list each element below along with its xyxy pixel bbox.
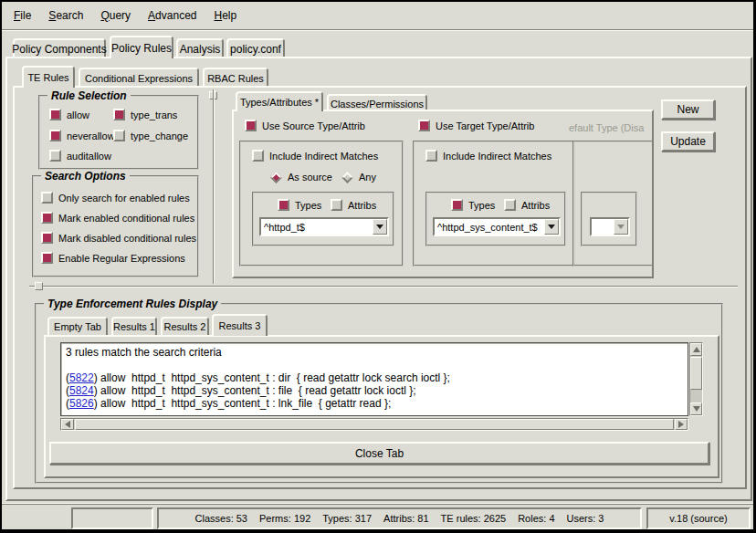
checkbox-mark-enabled-conditional[interactable]: Mark enabled conditional rules xyxy=(41,212,194,224)
target-indirect-checkbox[interactable]: Include Indirect Matches xyxy=(425,150,551,162)
menu-advanced[interactable]: Advanced xyxy=(148,9,196,22)
tab-policy-components[interactable]: Policy Components xyxy=(13,38,106,57)
target-types-checkbox[interactable]: Types xyxy=(451,199,495,211)
radio-as-source[interactable]: As source xyxy=(270,172,332,183)
scroll-left-button[interactable] xyxy=(61,419,74,430)
checkbox-auditallow[interactable]: auditallow xyxy=(49,150,111,162)
tab-rbac-rules[interactable]: RBAC Rules xyxy=(203,68,268,87)
apol-window: File Search Query Advanced Help Policy C… xyxy=(0,0,756,533)
scroll-down-button[interactable] xyxy=(690,402,702,415)
horizontal-sash-handle[interactable] xyxy=(35,282,43,290)
source-combo-dropdown-button[interactable] xyxy=(373,219,387,235)
default-type-frame xyxy=(572,141,654,266)
checkbox-only-enabled-rules[interactable]: Only search for enabled rules xyxy=(41,192,190,204)
target-attribs-checkbox[interactable]: Attribs xyxy=(504,199,550,211)
vertical-scrollbar[interactable] xyxy=(689,342,703,416)
rule-link-5822[interactable]: 5822 xyxy=(69,371,94,384)
tab-empty-tab[interactable]: Empty Tab xyxy=(47,317,108,335)
tab-results-2[interactable]: Results 2 xyxy=(161,317,209,335)
menu-file[interactable]: File xyxy=(14,9,31,22)
target-types-frame: Types Attribs ^httpd_sys_content_t$ xyxy=(425,192,566,246)
checkbox-mark-disabled-conditional[interactable]: Mark disabled conditional rules xyxy=(41,232,196,244)
tab-policy-rules[interactable]: Policy Rules xyxy=(110,36,173,58)
checkbox-indicator xyxy=(41,192,53,204)
checkbox-indicator xyxy=(113,130,125,141)
target-combo-dropdown-button[interactable] xyxy=(544,219,559,235)
stat-attribs: Attribs: 81 xyxy=(383,513,429,524)
checkbox-indicator xyxy=(245,120,257,131)
scroll-up-button[interactable] xyxy=(690,343,702,356)
radio-any[interactable]: Any xyxy=(341,172,376,183)
scroll-right-button[interactable] xyxy=(675,419,688,430)
statusbar-separator xyxy=(2,503,753,505)
arrow-up-icon xyxy=(693,347,700,352)
menu-help[interactable]: Help xyxy=(214,9,236,22)
source-types-checkbox[interactable]: Types xyxy=(278,199,321,211)
checkbox-indicator xyxy=(278,199,289,211)
chevron-down-icon xyxy=(617,225,625,229)
chevron-down-icon xyxy=(376,225,383,229)
tab-analysis[interactable]: Analysis xyxy=(176,38,224,57)
horizontal-scrollbar-thumb[interactable] xyxy=(75,419,674,430)
menu-search[interactable]: Search xyxy=(48,9,83,22)
stat-classes: Classes: 53 xyxy=(195,513,247,524)
checkbox-allow[interactable]: allow xyxy=(49,109,89,120)
checkbox-indicator xyxy=(41,252,53,264)
checkbox-enable-regex[interactable]: Enable Regular Expressions xyxy=(41,252,185,264)
arrow-right-icon xyxy=(678,421,684,428)
vertical-sash[interactable] xyxy=(213,89,215,284)
default-type-inner-frame xyxy=(581,192,637,246)
new-button[interactable]: New xyxy=(661,99,715,120)
blank-line xyxy=(66,359,683,371)
rule-link-5824[interactable]: 5824 xyxy=(69,384,94,397)
menu-query[interactable]: Query xyxy=(100,9,131,22)
checkbox-indicator xyxy=(49,109,61,120)
source-type-combobox-value[interactable]: ^httpd_t$ xyxy=(261,219,373,235)
tab-types-attributes[interactable]: Types/Attributes * xyxy=(236,91,323,111)
stat-roles: Roles: 4 xyxy=(518,513,554,524)
checkbox-indicator xyxy=(418,120,430,131)
target-type-frame: Include Indirect Matches Types Attribs ^… xyxy=(413,141,575,266)
vertical-scrollbar-thumb[interactable] xyxy=(690,357,702,390)
rule-selection-group: Rule Selection allow type_trans neverall… xyxy=(38,95,199,170)
rule-link-5826[interactable]: 5826 xyxy=(69,397,94,410)
use-target-type-checkbox[interactable]: Use Target Type/Attrib xyxy=(418,120,534,131)
checkbox-indicator xyxy=(41,232,53,244)
update-button[interactable]: Update xyxy=(661,131,715,152)
tab-policy-conf[interactable]: policy.conf xyxy=(226,38,285,57)
result-rule-3: (5826) allow httpd_t httpd_sys_content_t… xyxy=(66,397,683,410)
checkbox-indicator xyxy=(49,150,61,162)
checkbox-indicator xyxy=(331,199,342,211)
default-type-label: efault Type (Disa xyxy=(569,122,653,133)
use-source-type-checkbox[interactable]: Use Source Type/Attrib xyxy=(245,120,365,131)
source-indirect-checkbox[interactable]: Include Indirect Matches xyxy=(252,150,378,162)
default-combo-dropdown-button xyxy=(614,219,628,235)
horizontal-sash[interactable] xyxy=(29,286,738,287)
result-rule-2: (5824) allow httpd_t httpd_sys_content_t… xyxy=(66,384,683,397)
tab-results-1[interactable]: Results 1 xyxy=(111,317,157,335)
checkbox-type-trans[interactable]: type_trans xyxy=(113,109,177,120)
tab-te-rules[interactable]: TE Rules xyxy=(22,66,75,88)
default-type-combobox-value xyxy=(592,219,614,235)
checkbox-indicator xyxy=(113,109,125,120)
result-rule-1: (5822) allow httpd_t httpd_sys_content_t… xyxy=(66,371,683,384)
source-type-combobox[interactable]: ^httpd_t$ xyxy=(259,217,389,236)
tab-conditional-expressions[interactable]: Conditional Expressions xyxy=(79,68,199,87)
checkbox-indicator xyxy=(451,199,463,211)
target-type-combobox-value[interactable]: ^httpd_sys_content_t$ xyxy=(435,219,544,235)
checkbox-type-change[interactable]: type_change xyxy=(113,130,188,141)
te-rules-display-title: Type Enforcement Rules Display xyxy=(44,298,221,310)
target-type-combobox[interactable]: ^httpd_sys_content_t$ xyxy=(433,217,561,236)
search-options-group: Search Options Only search for enabled r… xyxy=(32,175,199,277)
default-type-combobox xyxy=(590,217,630,236)
close-tab-button[interactable]: Close Tab xyxy=(49,442,709,465)
checkbox-indicator xyxy=(252,150,264,162)
source-attribs-checkbox[interactable]: Attribs xyxy=(331,199,376,211)
radio-indicator xyxy=(270,172,282,183)
tab-results-3[interactable]: Results 3 xyxy=(212,314,268,336)
checkbox-indicator xyxy=(49,130,61,141)
horizontal-scrollbar[interactable] xyxy=(60,418,688,431)
stat-types: Types: 317 xyxy=(322,513,372,524)
checkbox-neverallow[interactable]: neverallow xyxy=(49,130,115,141)
results-text-area[interactable]: 3 rules match the search criteria (5822)… xyxy=(60,342,688,416)
